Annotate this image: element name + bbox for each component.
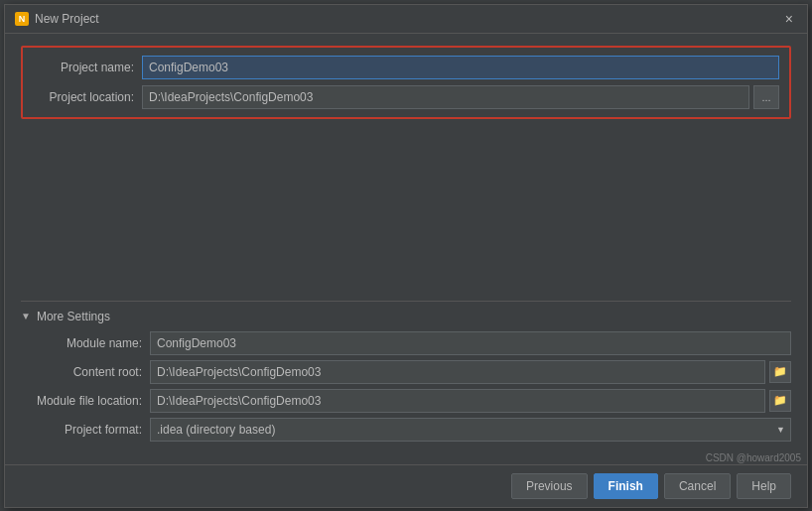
more-settings-label: More Settings: [37, 310, 110, 323]
browse-button[interactable]: ...: [753, 85, 779, 109]
module-file-location-input-wrap: 📁: [150, 389, 791, 413]
project-name-label: Project name:: [33, 61, 142, 74]
project-format-select-wrap: .idea (directory based) Eclipse (.classp…: [150, 418, 791, 442]
content-root-row: Content root: 📁: [21, 360, 791, 384]
watermark: CSDN @howard2005: [706, 452, 801, 463]
content-root-input[interactable]: [150, 360, 765, 384]
dialog-body: Project name: Project location: ... ▼ Mo…: [5, 34, 807, 464]
close-button[interactable]: ×: [781, 11, 797, 27]
project-location-input[interactable]: [142, 85, 749, 109]
module-file-location-label: Module file location:: [21, 394, 150, 408]
module-name-label: Module name:: [21, 336, 150, 350]
project-format-select[interactable]: .idea (directory based) Eclipse (.classp…: [150, 418, 791, 442]
help-button[interactable]: Help: [737, 473, 791, 499]
content-root-label: Content root:: [21, 365, 150, 379]
module-name-input-wrap: [150, 331, 791, 355]
project-location-input-wrap: ...: [142, 85, 779, 109]
cancel-button[interactable]: Cancel: [664, 473, 731, 499]
title-bar-left: N New Project: [15, 12, 99, 26]
dialog-icon: N: [15, 12, 29, 26]
module-name-input[interactable]: [150, 331, 791, 355]
module-file-browse-icon[interactable]: 📁: [769, 390, 791, 412]
finish-button[interactable]: Finish: [594, 473, 658, 499]
project-location-label: Project location:: [33, 90, 142, 104]
project-name-input[interactable]: [142, 56, 779, 79]
project-name-input-wrap: [142, 56, 779, 79]
more-settings-section: ▼ More Settings Module name: Content roo…: [21, 301, 791, 447]
project-format-row: Project format: .idea (directory based) …: [21, 418, 791, 442]
spacer: [21, 129, 791, 301]
project-name-row: Project name:: [33, 56, 779, 79]
collapse-triangle-icon: ▼: [21, 311, 31, 321]
top-fields-section: Project name: Project location: ...: [21, 46, 791, 119]
module-name-row: Module name:: [21, 331, 791, 355]
previous-button[interactable]: Previous: [511, 473, 588, 499]
content-root-input-wrap: 📁: [150, 360, 791, 384]
module-file-location-row: Module file location: 📁: [21, 389, 791, 413]
content-root-browse-icon[interactable]: 📁: [769, 361, 791, 383]
dialog-footer: Previous Finish Cancel Help: [5, 464, 807, 507]
title-bar: N New Project ×: [5, 5, 807, 34]
project-format-label: Project format:: [21, 423, 150, 437]
dialog-title: New Project: [35, 12, 99, 26]
new-project-dialog: N New Project × Project name: Project lo…: [4, 4, 808, 508]
more-settings-header[interactable]: ▼ More Settings: [21, 310, 791, 323]
module-file-location-input[interactable]: [150, 389, 765, 413]
project-location-row: Project location: ...: [33, 85, 779, 109]
